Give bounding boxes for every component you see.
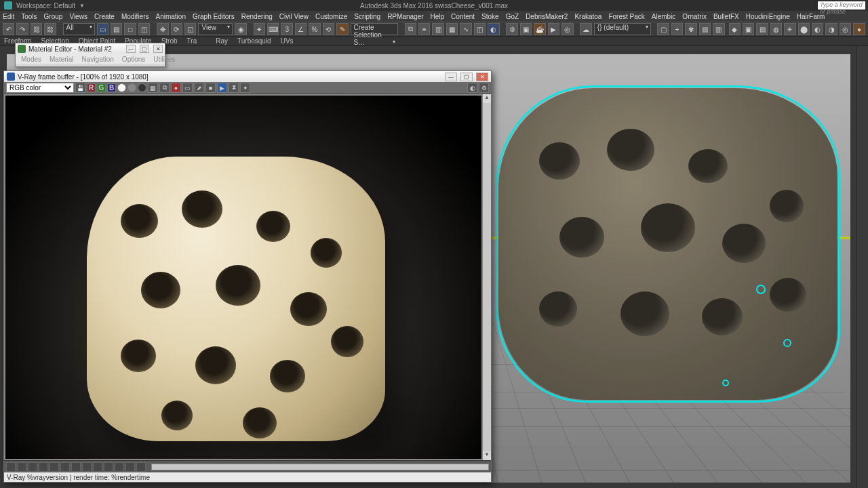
- menu-rpmanager[interactable]: RPManager: [387, 13, 423, 20]
- material-editor-icon[interactable]: ◐: [488, 23, 499, 35]
- render-production-icon[interactable]: ☕: [534, 23, 545, 35]
- vfb-horizontal-scrollbar[interactable]: [151, 464, 489, 470]
- move-icon[interactable]: ✥: [157, 23, 168, 35]
- close-button[interactable]: ✕: [153, 45, 163, 53]
- plugin4-icon[interactable]: ◍: [770, 23, 782, 35]
- menu-create[interactable]: Create: [94, 13, 115, 20]
- select-object-icon[interactable]: ▭: [97, 23, 108, 35]
- menu-ornatrix[interactable]: Ornatrix: [682, 13, 707, 20]
- vray-vfb-icon[interactable]: ▢: [657, 23, 669, 35]
- plugin8-icon[interactable]: ◑: [825, 23, 837, 35]
- mat-menu-options[interactable]: Options: [122, 56, 145, 63]
- render-activeshade-icon[interactable]: ◎: [561, 23, 573, 35]
- menu-help[interactable]: Help: [431, 13, 445, 20]
- menu-modifiers[interactable]: Modifiers: [121, 13, 149, 20]
- menu-civil-view[interactable]: Civil View: [279, 13, 309, 20]
- menu-alembic[interactable]: Alembic: [652, 13, 676, 20]
- menu-scripting[interactable]: Scripting: [354, 13, 380, 20]
- menu-views[interactable]: Views: [69, 13, 87, 20]
- ref-coord-dropdown[interactable]: View: [198, 23, 233, 35]
- vfb-channel-select[interactable]: RGB color: [6, 83, 74, 93]
- green-channel-button[interactable]: G: [97, 83, 106, 92]
- selection-filter-dropdown[interactable]: All: [63, 23, 95, 35]
- angle-snap-icon[interactable]: ∠: [295, 23, 307, 35]
- menu-krakatoa[interactable]: Krakatoa: [574, 13, 601, 20]
- vfb-bb-8-icon[interactable]: [82, 462, 92, 472]
- toggle-ribbon-icon[interactable]: ▦: [446, 23, 458, 35]
- vfb-bb-9-icon[interactable]: [93, 462, 102, 472]
- render-setup-icon[interactable]: ⚙: [506, 23, 517, 35]
- extra2-icon[interactable]: ▥: [713, 23, 724, 35]
- vfb-bb-4-icon[interactable]: [39, 462, 48, 472]
- unlink-icon[interactable]: ⛓: [44, 23, 56, 35]
- scroll-down-icon[interactable]: ▼: [483, 451, 491, 460]
- track-mouse-icon[interactable]: ●: [171, 83, 181, 93]
- undo-icon[interactable]: ↶: [3, 23, 14, 35]
- alpha-channel-button[interactable]: [127, 83, 136, 92]
- plugin1-icon[interactable]: ◆: [729, 23, 741, 35]
- vfb-bb-13-icon[interactable]: [136, 462, 146, 472]
- vfb-bb-11-icon[interactable]: [115, 462, 124, 472]
- vfb-bb-5-icon[interactable]: [50, 462, 59, 472]
- menu-content[interactable]: Content: [451, 13, 475, 20]
- mat-menu-navigation[interactable]: Navigation: [82, 56, 114, 63]
- menu-graph-editors[interactable]: Graph Editors: [193, 13, 235, 20]
- vfb-bb-7-icon[interactable]: [71, 462, 81, 472]
- vray-frame-buffer-window[interactable]: V-Ray frame buffer - [100% of 1920 x 108…: [3, 70, 492, 483]
- blue-channel-button[interactable]: B: [107, 83, 116, 92]
- workspace-label[interactable]: Workspace: Default: [16, 2, 75, 9]
- color-corrections-icon[interactable]: ◐: [467, 83, 477, 93]
- rect-select-icon[interactable]: □: [124, 23, 136, 35]
- menu-bulletfx[interactable]: BulletFX: [713, 13, 739, 20]
- ribbon-ray[interactable]: Ray: [216, 37, 228, 45]
- switch-channel-button[interactable]: [138, 83, 146, 92]
- menu-animation[interactable]: Animation: [155, 13, 185, 20]
- link-pdplayer-icon[interactable]: ⬈: [194, 83, 204, 93]
- link-icon[interactable]: ⛓: [31, 23, 42, 35]
- spinner-snap-icon[interactable]: ⟲: [323, 23, 334, 35]
- menu-group[interactable]: Group: [44, 13, 63, 20]
- clear-image-icon[interactable]: ▦: [148, 83, 158, 93]
- vfb-bb-1-icon[interactable]: [6, 462, 16, 472]
- plus-icon[interactable]: +: [671, 23, 683, 35]
- named-selection-dropdown[interactable]: {} (default): [594, 23, 651, 35]
- command-panel-strip[interactable]: [856, 46, 868, 488]
- scroll-up-icon[interactable]: ▲: [483, 94, 491, 103]
- autodesk360-icon[interactable]: ☁: [580, 23, 591, 35]
- material-editor-window[interactable]: Material Editor - Material #2 — ▢ ✕ Mode…: [15, 43, 165, 67]
- rotate-icon[interactable]: ⟳: [171, 23, 182, 35]
- menu-debrismaker2[interactable]: DebrisMaker2: [526, 13, 568, 20]
- search-input[interactable]: Type a keyword or phrase: [818, 1, 865, 9]
- ribbon-uvs[interactable]: UVs: [281, 37, 294, 45]
- vfb-bb-3-icon[interactable]: [28, 462, 37, 472]
- vfb-vertical-scrollbar[interactable]: ▲ ▼: [482, 94, 491, 460]
- pivot-icon[interactable]: ◉: [235, 23, 246, 35]
- scale-icon[interactable]: ◱: [184, 23, 196, 35]
- menu-forest-pack[interactable]: Forest Pack: [608, 13, 644, 20]
- minimize-button[interactable]: —: [126, 45, 136, 53]
- chevron-down-icon[interactable]: ▼: [79, 3, 85, 9]
- menu-houdiniengine[interactable]: HoudiniEngine: [746, 13, 790, 20]
- vfb-minimize-button[interactable]: —: [445, 73, 457, 81]
- mat-menu-modes[interactable]: Modes: [21, 56, 41, 63]
- maximize-button[interactable]: ▢: [140, 45, 149, 53]
- extra1-icon[interactable]: ▤: [699, 23, 711, 35]
- redo-icon[interactable]: ↷: [16, 23, 28, 35]
- create-selection-dropdown[interactable]: Create Selection S…: [351, 23, 398, 35]
- vfb-history-icon[interactable]: ⧗: [229, 83, 239, 93]
- plugin5-icon[interactable]: ☀: [784, 23, 795, 35]
- select-by-name-icon[interactable]: ▤: [111, 23, 122, 35]
- plugin2-icon[interactable]: ▣: [743, 23, 754, 35]
- ribbon-tra[interactable]: Tra: [187, 37, 197, 45]
- align-icon[interactable]: ≡: [418, 23, 430, 35]
- menu-stoke[interactable]: Stoke: [481, 13, 499, 20]
- mat-menu-material[interactable]: Material: [50, 56, 74, 63]
- keyboard-shortcut-icon[interactable]: ⌨: [267, 23, 279, 35]
- render-last-icon[interactable]: ▶: [217, 83, 227, 93]
- render-iterative-icon[interactable]: ▶: [548, 23, 559, 35]
- percent-snap-icon[interactable]: %: [309, 23, 320, 35]
- vfb-bb-10-icon[interactable]: [104, 462, 113, 472]
- plugin9-icon[interactable]: ◎: [840, 23, 851, 35]
- menu-edit[interactable]: Edit: [3, 13, 14, 20]
- curve-editor-icon[interactable]: ∿: [460, 23, 471, 35]
